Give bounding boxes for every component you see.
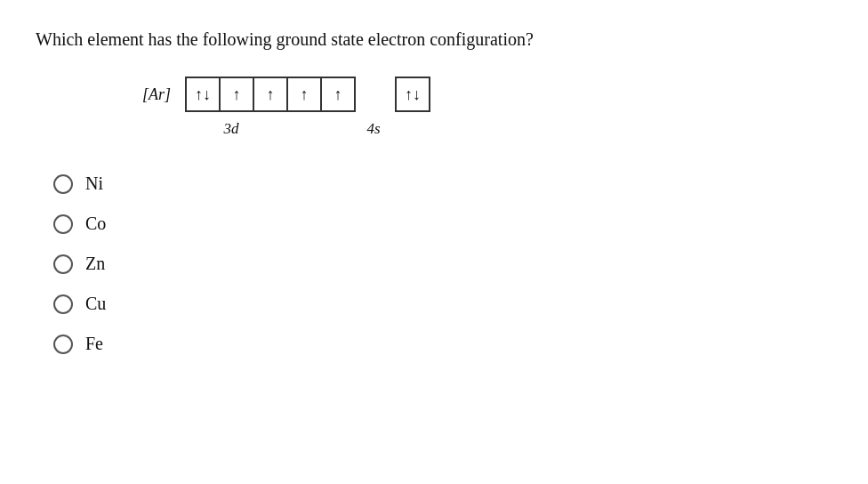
- 3d-boxes: ↑↓ ↑ ↑ ↑ ↑: [185, 77, 356, 112]
- 4s-box-1: ↑↓: [395, 77, 430, 112]
- 3d-box-3: ↑: [253, 77, 288, 112]
- 3d-box-2: ↑: [219, 77, 254, 112]
- question-text: Which element has the following ground s…: [36, 27, 832, 52]
- option-co[interactable]: Co: [53, 214, 832, 234]
- 3d-box-4: ↑: [286, 77, 322, 112]
- option-zn-label: Zn: [85, 254, 105, 274]
- option-zn[interactable]: Zn: [53, 254, 832, 274]
- option-ni[interactable]: Ni: [53, 173, 832, 194]
- radio-co[interactable]: [53, 214, 73, 234]
- option-fe[interactable]: Fe: [53, 334, 832, 354]
- 3d-label: 3d: [224, 120, 239, 137]
- 3d-box-1: ↑↓: [185, 77, 221, 112]
- 4s-label: 4s: [366, 120, 380, 137]
- option-cu[interactable]: Cu: [53, 294, 832, 314]
- option-co-label: Co: [85, 214, 106, 234]
- radio-zn[interactable]: [53, 254, 73, 274]
- 3d-orbital-group: ↑↓ ↑ ↑ ↑ ↑: [185, 77, 356, 112]
- radio-fe[interactable]: [53, 335, 73, 354]
- 4s-orbital-group: ↑↓: [395, 77, 430, 112]
- 3d-box-5: ↑: [320, 77, 356, 112]
- option-cu-label: Cu: [85, 294, 106, 314]
- option-ni-label: Ni: [85, 173, 103, 194]
- answer-options: Ni Co Zn Cu Fe: [53, 173, 832, 354]
- radio-ni[interactable]: [53, 174, 73, 194]
- option-fe-label: Fe: [85, 334, 103, 354]
- core-config-label: [Ar]: [142, 85, 171, 104]
- 4s-boxes: ↑↓: [395, 77, 430, 112]
- radio-cu[interactable]: [53, 294, 73, 314]
